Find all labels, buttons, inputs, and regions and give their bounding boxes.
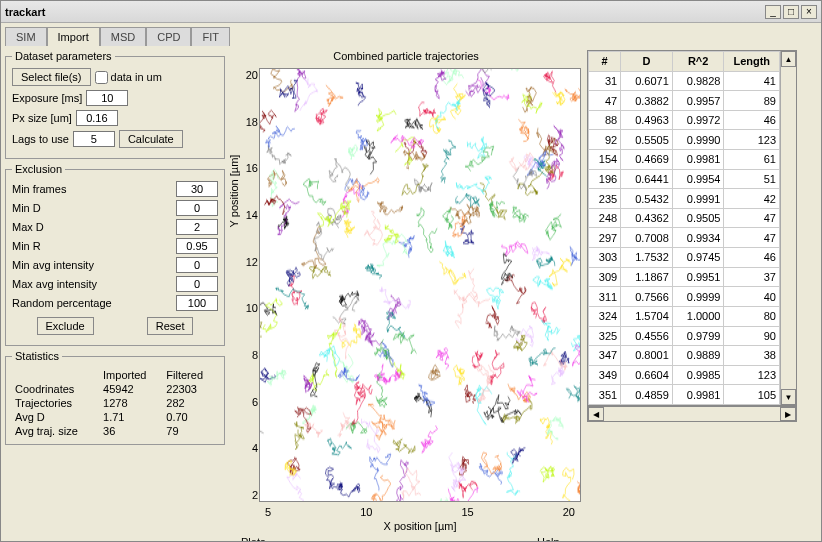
x-ticks: 5101520 (259, 506, 581, 518)
minimize-button[interactable]: _ (765, 5, 781, 19)
title-bar: trackart _ □ × (1, 1, 821, 23)
data-in-um-label: data in um (111, 71, 162, 83)
tab-sim[interactable]: SIM (5, 27, 47, 46)
tab-fit[interactable]: FIT (191, 27, 230, 46)
min-d-input[interactable] (176, 200, 218, 216)
trajectory-canvas (260, 69, 580, 501)
exclusion-legend: Exclusion (12, 163, 65, 175)
min-r-label: Min R (12, 240, 41, 252)
data-in-um-checkbox[interactable] (95, 71, 108, 84)
min-int-input[interactable] (176, 257, 218, 273)
px-size-label: Px size [um] (12, 112, 72, 124)
min-d-label: Min D (12, 202, 41, 214)
stats-row: Coodrinates4594222303 (12, 382, 218, 396)
horizontal-scrollbar[interactable]: ◀ ▶ (587, 406, 797, 422)
min-r-input[interactable] (176, 238, 218, 254)
exposure-input[interactable] (86, 90, 128, 106)
table-row[interactable]: 3250.45560.979990 (589, 326, 780, 346)
px-size-input[interactable] (76, 110, 118, 126)
min-frames-input[interactable] (176, 181, 218, 197)
data-table[interactable]: #DR^2Length310.60710.982841470.38820.995… (588, 51, 780, 405)
stats-row: Trajectories1278282 (12, 396, 218, 410)
scroll-right-icon[interactable]: ▶ (780, 407, 796, 421)
tab-msd[interactable]: MSD (100, 27, 146, 46)
chart-area[interactable]: 2018161412108642 Y position [µm] (259, 68, 581, 502)
tab-import[interactable]: Import (47, 27, 100, 46)
statistics-group: Statistics ImportedFilteredCoodrinates45… (5, 350, 225, 445)
stats-row: Avg D1.710.70 (12, 410, 218, 424)
dataset-group: Dataset parameters Select file(s) data i… (5, 50, 225, 159)
table-row[interactable]: 310.60710.982841 (589, 71, 780, 91)
y-axis-label: Y position [µm] (228, 141, 240, 241)
window-title: trackart (5, 6, 763, 18)
table-row[interactable]: 3510.48590.9981105 (589, 385, 780, 405)
chart-title: Combined particle trajectories (231, 50, 581, 62)
maximize-button[interactable]: □ (783, 5, 799, 19)
data-table-wrap: #DR^2Length310.60710.982841470.38820.995… (587, 50, 797, 406)
x-axis-label: X position [µm] (259, 520, 581, 532)
exclude-button[interactable]: Exclude (37, 317, 94, 335)
table-row[interactable]: 1960.64410.995451 (589, 169, 780, 189)
lags-label: Lags to use (12, 133, 69, 145)
table-row[interactable]: 2970.70080.993447 (589, 228, 780, 248)
help-group: Help 1. Select data file(s) - hold ctrl … (527, 536, 817, 542)
stats-legend: Statistics (12, 350, 62, 362)
reset-button[interactable]: Reset (147, 317, 194, 335)
vertical-scrollbar[interactable]: ▲ ▼ (780, 51, 796, 405)
scroll-down-icon[interactable]: ▼ (781, 389, 796, 405)
table-row[interactable]: 3241.57041.000080 (589, 306, 780, 326)
table-row[interactable]: 2480.43620.950547 (589, 208, 780, 228)
tab-bar: SIMImportMSDCPDFIT (1, 23, 821, 46)
stats-table: ImportedFilteredCoodrinates4594222303Tra… (12, 368, 218, 438)
help-legend: Help (534, 536, 563, 542)
table-row[interactable]: 2350.54320.999142 (589, 189, 780, 209)
scroll-up-icon[interactable]: ▲ (781, 51, 796, 67)
rand-pct-label: Random percentage (12, 297, 112, 309)
table-row[interactable]: 1540.46690.998161 (589, 150, 780, 170)
table-row[interactable]: 3031.75320.974546 (589, 248, 780, 268)
select-files-button[interactable]: Select file(s) (12, 68, 91, 86)
table-row[interactable]: 3091.18670.995137 (589, 267, 780, 287)
exclusion-group: Exclusion Min frames Min D Max D Min R M… (5, 163, 225, 346)
scroll-track[interactable] (781, 67, 796, 389)
plots-legend: Plots (238, 536, 268, 542)
plots-group: Plots Tracks lengths distribution All tr… (231, 536, 521, 542)
max-int-label: Max avg intensity (12, 278, 97, 290)
table-row[interactable]: 470.38820.995789 (589, 91, 780, 111)
close-button[interactable]: × (801, 5, 817, 19)
rand-pct-input[interactable] (176, 295, 218, 311)
table-row[interactable]: 3490.66040.9985123 (589, 365, 780, 385)
table-row[interactable]: 3110.75660.999940 (589, 287, 780, 307)
tab-cpd[interactable]: CPD (146, 27, 191, 46)
max-d-label: Max D (12, 221, 44, 233)
table-row[interactable]: 880.49630.997246 (589, 110, 780, 130)
max-d-input[interactable] (176, 219, 218, 235)
max-int-input[interactable] (176, 276, 218, 292)
exposure-label: Exposure [ms] (12, 92, 82, 104)
scroll-h-track[interactable] (604, 407, 780, 421)
dataset-legend: Dataset parameters (12, 50, 115, 62)
table-row[interactable]: 920.55050.9990123 (589, 130, 780, 150)
calculate-button[interactable]: Calculate (119, 130, 183, 148)
table-row[interactable]: 3470.80010.988938 (589, 346, 780, 366)
stats-row: Avg traj. size3679 (12, 424, 218, 438)
lags-input[interactable] (73, 131, 115, 147)
min-int-label: Min avg intensity (12, 259, 94, 271)
min-frames-label: Min frames (12, 183, 66, 195)
scroll-left-icon[interactable]: ◀ (588, 407, 604, 421)
y-ticks: 2018161412108642 (238, 69, 258, 501)
